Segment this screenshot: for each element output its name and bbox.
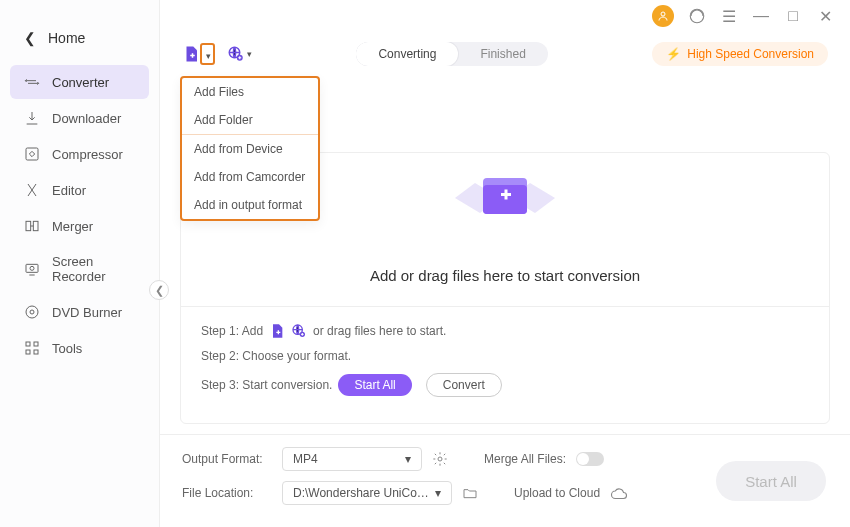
svg-rect-14 [34, 350, 38, 354]
sidebar: ❮ Home Converter Downloader Compressor E… [0, 0, 160, 527]
dropdown-add-folder[interactable]: Add Folder [182, 106, 318, 134]
add-file-button[interactable]: ▾ [182, 43, 215, 65]
sidebar-item-label: Compressor [52, 147, 123, 162]
add-dropdown: Add Files Add Folder Add from Device Add… [180, 76, 320, 221]
svg-rect-13 [26, 350, 30, 354]
chevron-down-icon: ▾ [247, 49, 252, 59]
output-format-select[interactable]: MP4 ▾ [282, 447, 422, 471]
svg-rect-22 [505, 190, 508, 200]
output-format-label: Output Format: [182, 452, 272, 466]
svg-point-15 [661, 12, 665, 16]
chevron-down-icon: ▾ [405, 452, 411, 466]
menu-icon[interactable]: ☰ [720, 7, 738, 25]
sidebar-item-dvd-burner[interactable]: DVD Burner [10, 295, 149, 329]
sidebar-item-editor[interactable]: Editor [10, 173, 149, 207]
high-speed-label: High Speed Conversion [687, 47, 814, 61]
avatar-icon[interactable] [652, 5, 674, 27]
sidebar-item-screen-recorder[interactable]: Screen Recorder [10, 245, 149, 293]
start-all-button[interactable]: Start All [716, 461, 826, 501]
dropdown-add-from-device[interactable]: Add from Device [182, 134, 318, 163]
toolbar-add-group: ▾ ▾ [182, 43, 252, 65]
download-icon [24, 110, 40, 126]
settings-gear-icon[interactable] [432, 451, 448, 467]
add-url-button[interactable]: ▾ [227, 45, 252, 63]
add-url-icon [227, 45, 245, 63]
chevron-down-icon: ▾ [206, 51, 211, 61]
svg-rect-2 [26, 148, 38, 160]
sidebar-item-merger[interactable]: Merger [10, 209, 149, 243]
sidebar-item-label: Converter [52, 75, 109, 90]
sidebar-item-label: Editor [52, 183, 86, 198]
tab-finished[interactable]: Finished [458, 42, 547, 66]
home-label[interactable]: Home [48, 30, 85, 46]
dropzone-title: Add or drag files here to start conversi… [370, 267, 640, 284]
sidebar-item-label: Tools [52, 341, 82, 356]
svg-rect-4 [33, 221, 38, 230]
svg-point-16 [690, 9, 704, 23]
screen-recorder-icon [24, 261, 40, 277]
svg-point-25 [438, 457, 442, 461]
dropdown-add-files[interactable]: Add Files [182, 78, 318, 106]
editor-icon [24, 182, 40, 198]
svg-point-10 [30, 310, 34, 314]
close-icon[interactable]: ✕ [816, 7, 834, 25]
titlebar: ☰ ― □ ✕ [160, 0, 850, 32]
tab-converting[interactable]: Converting [356, 42, 458, 66]
sidebar-item-label: Downloader [52, 111, 121, 126]
svg-point-9 [26, 306, 38, 318]
step-2: Step 2: Choose your format. [201, 349, 809, 363]
chevron-down-icon: ▾ [435, 486, 441, 500]
file-location-select[interactable]: D:\Wondershare UniConverter 1 ▾ [282, 481, 452, 505]
dropdown-add-in-output-format[interactable]: Add in output format [182, 191, 318, 219]
lightning-icon: ⚡ [666, 47, 681, 61]
svg-point-7 [30, 266, 34, 270]
svg-rect-3 [26, 221, 31, 230]
high-speed-button[interactable]: ⚡ High Speed Conversion [652, 42, 828, 66]
support-icon[interactable] [688, 7, 706, 25]
sidebar-item-label: Screen Recorder [52, 254, 135, 284]
folder-illustration [445, 153, 565, 247]
bottombar: Output Format: MP4 ▾ Merge All Files: Fi… [160, 434, 850, 527]
sidebar-item-compressor[interactable]: Compressor [10, 137, 149, 171]
sidebar-header: ❮ Home [0, 30, 159, 64]
tools-icon [24, 340, 40, 356]
convert-button-inline[interactable]: Convert [426, 373, 502, 397]
step-1: Step 1: Add or drag files here to start. [201, 323, 809, 339]
minimize-icon[interactable]: ― [752, 7, 770, 25]
add-file-icon[interactable] [269, 323, 285, 339]
main: ☰ ― □ ✕ ▾ ▾ Converting Finished ⚡ High S… [160, 0, 850, 527]
sidebar-item-converter[interactable]: Converter [10, 65, 149, 99]
add-url-icon[interactable] [291, 323, 307, 339]
sidebar-item-label: Merger [52, 219, 93, 234]
svg-rect-6 [26, 264, 38, 272]
sidebar-item-downloader[interactable]: Downloader [10, 101, 149, 135]
svg-rect-12 [34, 342, 38, 346]
svg-rect-11 [26, 342, 30, 346]
steps: Step 1: Add or drag files here to start.… [181, 306, 829, 413]
back-icon[interactable]: ❮ [24, 30, 36, 46]
cloud-icon[interactable] [610, 485, 626, 501]
dvd-icon [24, 304, 40, 320]
merger-icon [24, 218, 40, 234]
open-folder-icon[interactable] [462, 485, 478, 501]
converter-icon [24, 74, 40, 90]
dropdown-add-from-camcorder[interactable]: Add from Camcorder [182, 163, 318, 191]
merge-toggle[interactable] [576, 452, 604, 466]
start-all-button-inline[interactable]: Start All [338, 374, 411, 396]
topbar: ▾ ▾ Converting Finished ⚡ High Speed Con… [160, 32, 850, 72]
sidebar-item-tools[interactable]: Tools [10, 331, 149, 365]
step-3: Step 3: Start conversion. Start All Conv… [201, 373, 809, 397]
upload-label: Upload to Cloud [514, 486, 600, 500]
merge-label: Merge All Files: [484, 452, 566, 466]
file-location-label: File Location: [182, 486, 272, 500]
collapse-handle[interactable]: ❮ [149, 280, 169, 300]
tab-switch: Converting Finished [356, 42, 547, 66]
sidebar-item-label: DVD Burner [52, 305, 122, 320]
maximize-icon[interactable]: □ [784, 7, 802, 25]
add-file-icon [182, 45, 200, 63]
compressor-icon [24, 146, 40, 162]
